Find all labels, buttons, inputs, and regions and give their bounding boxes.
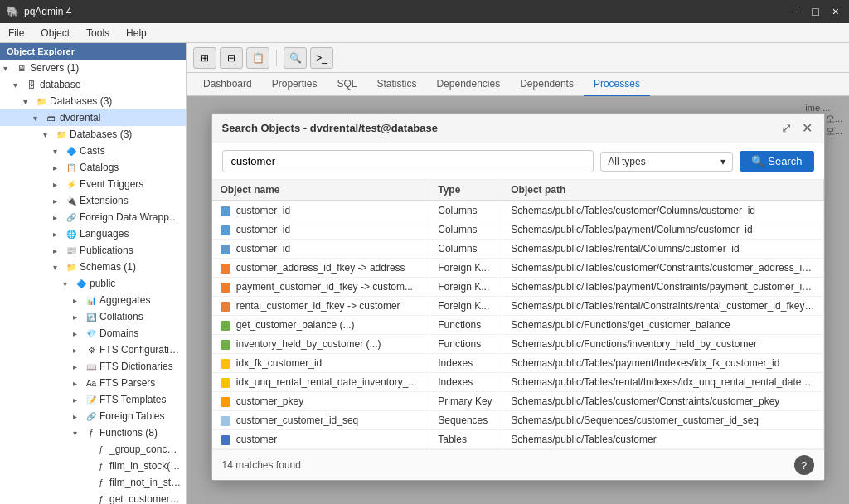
menu-file[interactable]: File	[5, 26, 27, 41]
tree-node-icon: 💎	[85, 327, 98, 340]
sidebar-tree-item[interactable]: ▸ ⚙ FTS Configurations	[0, 342, 186, 358]
result-type: Indexes	[429, 373, 502, 392]
result-type: Tables	[429, 430, 502, 449]
toolbar-separator	[276, 50, 277, 66]
tree-node-icon: 🗃	[45, 111, 58, 124]
sidebar-tree-item[interactable]: ▸ 🔌 Extensions	[0, 192, 186, 209]
tree-node-icon: 📋	[65, 161, 78, 174]
tab-dependents[interactable]: Dependents	[510, 73, 584, 96]
tree-arrow: ▾	[33, 114, 45, 123]
sidebar-tree-item[interactable]: ƒ film_not_in_stock(p_film_id integer, p…	[0, 474, 186, 491]
tree-node-icon: ƒ	[85, 426, 98, 439]
result-type: Columns	[429, 240, 502, 259]
modal-close-button[interactable]: ✕	[800, 120, 814, 136]
table-row[interactable]: rental_customer_id_fkey -> customer Fore…	[212, 297, 824, 316]
tab-statistics[interactable]: Statistics	[366, 73, 426, 96]
modal-expand-button[interactable]: ⤢	[779, 120, 793, 136]
sidebar-tree-item[interactable]: ▸ 📋 Catalogs	[0, 159, 186, 176]
tab-sql[interactable]: SQL	[327, 73, 366, 96]
sidebar-tree-item[interactable]: ▸ 🔗 Foreign Tables	[0, 408, 186, 424]
tab-properties[interactable]: Properties	[262, 73, 327, 96]
minimize-button[interactable]: −	[788, 5, 802, 18]
help-button[interactable]: ?	[794, 455, 814, 475]
maximize-button[interactable]: □	[808, 5, 822, 18]
result-name: rental_customer_id_fkey -> customer	[212, 297, 429, 316]
sidebar-tree-item[interactable]: ▸ 🔃 Collations	[0, 308, 186, 325]
search-button[interactable]: 🔍 Search	[740, 151, 813, 172]
sidebar-tree-item[interactable]: ▸ 📊 Aggregates	[0, 292, 186, 308]
title-bar-left: 🐘 pqAdmin 4	[7, 6, 71, 17]
tab-dependencies[interactable]: Dependencies	[426, 73, 510, 96]
sidebar-tree-item[interactable]: ▸ 📖 FTS Dictionaries	[0, 358, 186, 375]
tab-dashboard[interactable]: Dashboard	[193, 73, 262, 96]
result-type: Columns	[429, 201, 502, 220]
toolbar-btn-query[interactable]: 📋	[246, 47, 269, 69]
sidebar-tree-item[interactable]: ▸ 📝 FTS Templates	[0, 391, 186, 408]
search-input[interactable]	[222, 150, 594, 172]
sidebar-tree-item[interactable]: ▾ 🗄 database	[0, 76, 186, 93]
tree-node-label: Foreign Tables	[99, 410, 165, 422]
table-row[interactable]: get_customer_balance (...) Functions Sch…	[212, 316, 824, 335]
close-button[interactable]: ×	[829, 5, 842, 18]
table-row[interactable]: customer_id Columns Schemas/public/Table…	[212, 240, 824, 259]
result-path: Schemas/public/Tables/payment/Indexes/id…	[502, 354, 823, 373]
sidebar-tree-item[interactable]: ƒ _group_concat(text, text)	[0, 441, 186, 458]
modal-title: Search Objects - dvdrental/test@database	[222, 122, 439, 134]
type-dropdown-label: All types	[608, 156, 645, 167]
sidebar-tree-item[interactable]: ▸ 🌐 Languages	[0, 225, 186, 242]
table-row[interactable]: inventory_held_by_customer (...) Functio…	[212, 335, 824, 354]
table-row[interactable]: customer_pkey Primary Key Schemas/public…	[212, 392, 824, 411]
result-path: Schemas/public/Tables/payment/Constraint…	[502, 278, 823, 297]
table-row[interactable]: customer_id Columns Schemas/public/Table…	[212, 220, 824, 240]
tree-node-icon: ƒ	[95, 476, 108, 489]
sidebar-tree-item[interactable]: ▾ 🔷 public	[0, 275, 186, 292]
content-area: ime ... 4. 1. 오... 4. 1. 오... Search Obj…	[187, 96, 849, 504]
tree-node-label: FTS Templates	[99, 394, 166, 405]
sidebar-tree-item[interactable]: ▾ 📁 Databases (3)	[0, 126, 186, 143]
menu-help[interactable]: Help	[123, 26, 150, 41]
sidebar-tree-item[interactable]: ▸ 📰 Publications	[0, 242, 186, 259]
sidebar-tree-item[interactable]: ▾ 📁 Databases (3)	[0, 93, 186, 109]
tab-processes[interactable]: Processes	[584, 73, 650, 96]
row-type-icon	[221, 359, 230, 369]
tree-arrow: ▸	[53, 180, 65, 189]
right-content: ⊞ ⊟ 📋 🔍 >_ Dashboard Properties SQL Stat…	[187, 43, 849, 504]
table-row[interactable]: customer_address_id_fkey -> address Fore…	[212, 259, 824, 278]
toolbar-btn-grid[interactable]: ⊞	[193, 47, 216, 69]
chevron-down-icon: ▾	[720, 156, 725, 167]
result-type: Columns	[429, 220, 502, 240]
table-row[interactable]: customer_id Columns Schemas/public/Table…	[212, 201, 824, 220]
table-row[interactable]: idx_fk_customer_id Indexes Schemas/publi…	[212, 354, 824, 373]
menu-object[interactable]: Object	[37, 26, 73, 41]
type-dropdown[interactable]: All types ▾	[600, 152, 733, 172]
sidebar-tree-item[interactable]: ƒ film_in_stock(p_film_id integer, p_sto…	[0, 458, 186, 474]
toolbar-btn-table[interactable]: ⊟	[220, 47, 243, 69]
toolbar-btn-terminal[interactable]: >_	[310, 47, 333, 69]
sidebar-tree-item[interactable]: ▾ 🔷 Casts	[0, 143, 186, 159]
row-type-icon	[221, 283, 230, 293]
sidebar-tree-item[interactable]: ▾ 🖥 Servers (1)	[0, 60, 186, 76]
sidebar-tree-item[interactable]: ▸ Aa FTS Parsers	[0, 375, 186, 391]
title-bar: 🐘 pqAdmin 4 − □ ×	[0, 0, 849, 23]
table-row[interactable]: customer Tables Schemas/public/Tables/cu…	[212, 430, 824, 449]
table-row[interactable]: idx_unq_rental_rental_date_inventory_...…	[212, 373, 824, 392]
tree-node-label: Event Triggers	[80, 178, 143, 190]
result-path: Schemas/public/Sequences/customer_custom…	[502, 411, 823, 430]
sidebar-tree-item[interactable]: ▾ 🗃 dvdrental	[0, 109, 186, 126]
results-table-wrapper: Object name Type Object path customer_id…	[212, 180, 824, 449]
toolbar-btn-search[interactable]: 🔍	[284, 47, 307, 69]
sidebar-tree-item[interactable]: ▾ 📁 Schemas (1)	[0, 259, 186, 275]
sidebar-tree-item[interactable]: ▸ 💎 Domains	[0, 325, 186, 342]
sidebar-tree-item[interactable]: ƒ get_customer_balance(p_customer_id int…	[0, 491, 186, 504]
tree-arrow: ▾	[63, 279, 75, 288]
menu-tools[interactable]: Tools	[83, 26, 113, 41]
sidebar-tree-item[interactable]: ▾ ƒ Functions (8)	[0, 424, 186, 441]
sidebar-tree-item[interactable]: ▸ ⚡ Event Triggers	[0, 176, 186, 192]
tree-node-icon: ⚙	[85, 343, 98, 356]
sidebar-tree-item[interactable]: ▸ 🔗 Foreign Data Wrappers	[0, 209, 186, 225]
menu-bar: File Object Tools Help	[0, 23, 849, 43]
modal-header-controls: ⤢ ✕	[779, 120, 814, 136]
table-row[interactable]: payment_customer_id_fkey -> custom... Fo…	[212, 278, 824, 297]
table-row[interactable]: customer_customer_id_seq Sequences Schem…	[212, 411, 824, 430]
result-path: Schemas/public/Tables/payment/Columns/cu…	[502, 220, 823, 240]
